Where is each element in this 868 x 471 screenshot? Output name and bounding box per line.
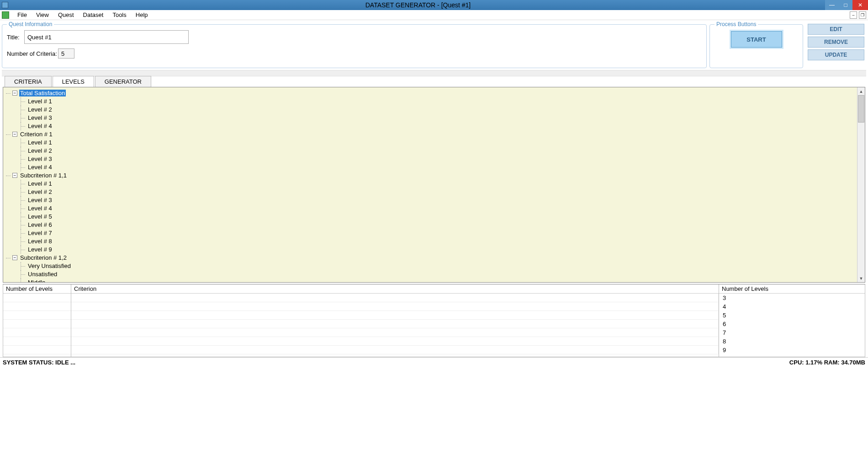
tab-levels[interactable]: LEVELS (53, 76, 94, 87)
tree-leaf-label[interactable]: Level # 3 (27, 197, 53, 203)
update-button[interactable]: UPDATE (808, 49, 864, 60)
tree-leaf-label[interactable]: Level # 3 (27, 155, 53, 162)
tree-leaf-label[interactable]: Level # 9 (27, 246, 53, 253)
tree-leaf-label[interactable]: Unsatisfied (27, 271, 58, 278)
tree-leaf-label[interactable]: Level # 1 (27, 98, 53, 105)
quest-info-legend: Quest Information (7, 21, 54, 27)
grid-left-column: Number of Levels (3, 284, 71, 357)
grid-mid-body[interactable] (71, 294, 719, 357)
tree-leaf[interactable]: Very Unsatisfied (21, 262, 863, 270)
tree-leaf[interactable]: Level # 8 (21, 237, 863, 246)
tree-leaf[interactable]: Level # 3 (21, 196, 863, 204)
tree-leaf-label[interactable]: Level # 4 (27, 164, 53, 171)
tree-leaf[interactable]: Level # 5 (21, 213, 863, 221)
edit-button[interactable]: EDIT (808, 24, 864, 35)
tree-leaf[interactable]: Level # 9 (21, 246, 863, 254)
process-buttons-group: Process Buttons START (709, 21, 803, 68)
tree-leaf-label[interactable]: Very Unsatisfied (27, 262, 72, 269)
tree-leaf-label[interactable]: Level # 4 (27, 123, 53, 129)
menu-view[interactable]: View (32, 11, 53, 19)
tree-leaf[interactable]: Level # 4 (21, 122, 863, 130)
menu-quest[interactable]: Quest (53, 11, 79, 19)
tree-leaf[interactable]: Level # 7 (21, 229, 863, 237)
right-button-column: EDIT REMOVE UPDATE (806, 21, 866, 68)
tree-leaf[interactable]: Level # 2 (21, 106, 863, 114)
menu-file[interactable]: File (13, 11, 32, 19)
tree-leaf[interactable]: Level # 6 (21, 221, 863, 229)
close-button[interactable]: ✕ (852, 0, 868, 10)
tree-leaf-label[interactable]: Level # 8 (27, 238, 53, 245)
num-levels-option[interactable]: 3 (719, 294, 865, 302)
tree-node-total-satisfaction[interactable]: −Total Satisfaction Level # 1 Level # 2 … (6, 89, 863, 130)
minimize-button[interactable]: — (825, 0, 839, 10)
num-levels-option[interactable]: 5 (719, 311, 865, 320)
title-input[interactable] (24, 30, 189, 44)
tree-leaf[interactable]: Level # 4 (21, 163, 863, 171)
tree-node-label[interactable]: Criterion # 1 (19, 131, 53, 138)
num-levels-option[interactable]: 9 (719, 346, 865, 354)
tree-leaf-label[interactable]: Level # 2 (27, 106, 53, 113)
num-levels-option[interactable]: 4 (719, 302, 865, 311)
statusbar: SYSTEM STATUS: IDLE ... CPU: 1.17% RAM: … (0, 357, 868, 367)
tree-node-subcriterion-1-2[interactable]: −Subcriterion # 1,2 Very Unsatisfied Uns… (6, 254, 863, 282)
mdi-restore-button[interactable]: ❐ (859, 11, 866, 19)
tree-leaf-label[interactable]: Level # 1 (27, 139, 53, 146)
tree-node-subcriterion-1-1[interactable]: −Subcriterion # 1,1 Level # 1 Level # 2 … (6, 171, 863, 254)
menu-tools[interactable]: Tools (108, 11, 131, 19)
menu-help[interactable]: Help (131, 11, 153, 19)
scroll-thumb[interactable] (858, 95, 864, 123)
tree-leaf-label[interactable]: Level # 7 (27, 230, 53, 236)
tree-leaf[interactable]: Level # 2 (21, 188, 863, 196)
tree-node-label[interactable]: Subcriterion # 1,2 (19, 254, 68, 261)
collapse-icon[interactable]: − (12, 255, 17, 260)
num-levels-option[interactable]: 7 (719, 328, 865, 337)
window-title: DATASET GENERATOR - [Quest #1] (11, 1, 825, 9)
bottom-grid: Number of Levels Criterion Number of Lev… (3, 284, 865, 357)
titlebar: DATASET GENERATOR - [Quest #1] — □ ✕ (0, 0, 868, 10)
app-window-icon (2, 2, 8, 8)
grid-left-body[interactable] (3, 294, 71, 357)
scroll-down-icon[interactable]: ▼ (857, 274, 865, 282)
tree-leaf-label[interactable]: Level # 5 (27, 213, 53, 220)
maximize-button[interactable]: □ (839, 0, 852, 10)
tree-leaf[interactable]: Level # 3 (21, 155, 863, 163)
grid-right-body[interactable]: 3 4 5 6 7 8 9 (719, 294, 865, 357)
tree-leaf-label[interactable]: Level # 4 (27, 205, 53, 212)
tab-generator[interactable]: GENERATOR (95, 76, 151, 87)
start-button[interactable]: START (731, 31, 782, 48)
num-levels-option[interactable]: 8 (719, 337, 865, 346)
tree-node-label[interactable]: Subcriterion # 1,1 (19, 172, 68, 179)
tree-node-label[interactable]: Total Satisfaction (19, 90, 66, 96)
collapse-icon[interactable]: − (12, 173, 17, 178)
tree-leaf[interactable]: Middle (21, 278, 863, 282)
collapse-icon[interactable]: − (12, 91, 17, 96)
tree-node-criterion-1[interactable]: −Criterion # 1 Level # 1 Level # 2 Level… (6, 130, 863, 171)
num-criteria-input[interactable] (58, 48, 74, 59)
tree-leaf-label[interactable]: Level # 6 (27, 221, 53, 228)
tree-leaf-label[interactable]: Level # 2 (27, 147, 53, 154)
tree-leaf[interactable]: Level # 3 (21, 114, 863, 122)
num-levels-option[interactable]: 6 (719, 320, 865, 328)
tree-leaf-label[interactable]: Level # 3 (27, 114, 53, 121)
tree-leaf-label[interactable]: Level # 1 (27, 180, 53, 187)
mdi-minimize-button[interactable]: – (850, 11, 857, 19)
tree-leaf[interactable]: Level # 1 (21, 180, 863, 188)
tree-leaf-label[interactable]: Level # 2 (27, 188, 53, 195)
tab-criteria[interactable]: CRITERIA (5, 76, 52, 87)
menu-dataset[interactable]: Dataset (79, 11, 108, 19)
perf-text: CPU: 1.17% RAM: 34.70MB (789, 359, 865, 366)
tree-leaf[interactable]: Level # 4 (21, 204, 863, 213)
remove-button[interactable]: REMOVE (808, 37, 864, 48)
tree-vertical-scrollbar[interactable]: ▲ ▼ (857, 87, 865, 282)
tree-leaf[interactable]: Level # 1 (21, 97, 863, 106)
collapse-icon[interactable]: − (12, 132, 17, 137)
tree-leaf-label[interactable]: Middle (27, 279, 46, 282)
levels-tree[interactable]: −Total Satisfaction Level # 1 Level # 2 … (3, 87, 865, 282)
scroll-up-icon[interactable]: ▲ (857, 87, 865, 95)
app-icon (2, 11, 9, 19)
quest-information-group: Quest Information Title: Number of Crite… (2, 21, 707, 68)
title-label: Title: (7, 34, 24, 41)
tree-leaf[interactable]: Level # 1 (21, 139, 863, 147)
tree-leaf[interactable]: Level # 2 (21, 147, 863, 155)
tree-leaf[interactable]: Unsatisfied (21, 270, 863, 278)
